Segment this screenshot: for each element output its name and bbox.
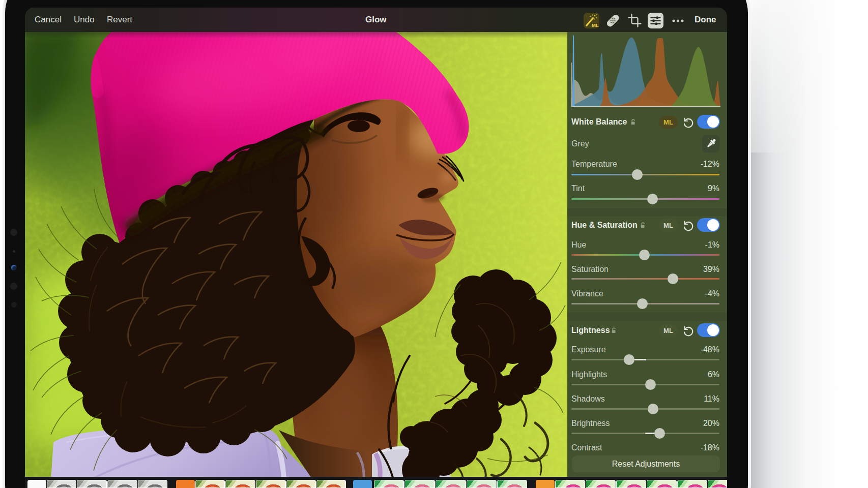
svg-text:ML: ML	[592, 22, 599, 28]
